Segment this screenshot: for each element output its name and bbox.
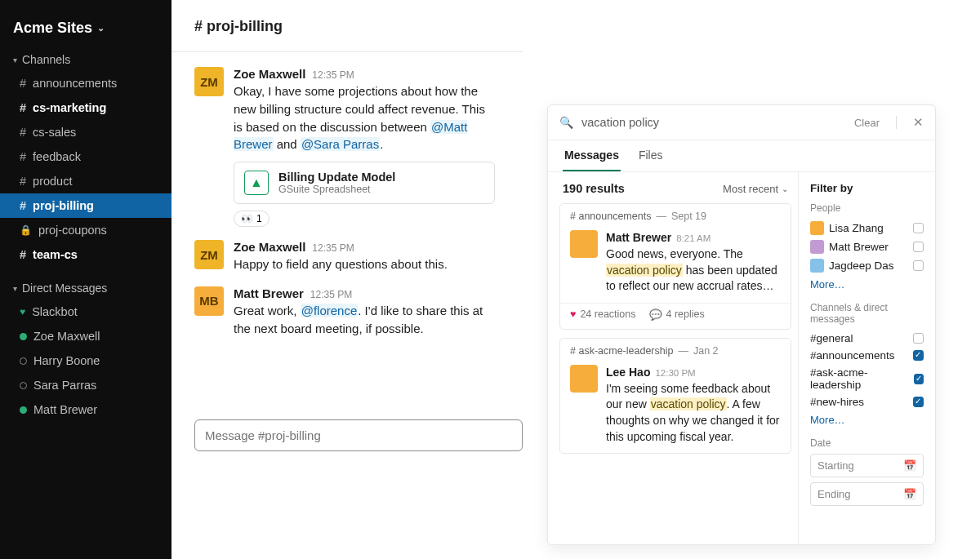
channel-title: # proj-billing — [194, 18, 523, 35]
sort-label: Most recent — [723, 183, 778, 195]
message-text: Great work, @florence. I'd like to share… — [234, 302, 495, 338]
message-input[interactable] — [194, 419, 523, 451]
checkbox[interactable] — [913, 397, 924, 407]
calendar-icon: 📅 — [903, 488, 916, 500]
results-list: # announcements—Sept 19Matt Brewer8:21 A… — [559, 203, 791, 454]
sort-dropdown[interactable]: Most recent ⌄ — [723, 183, 788, 195]
dm-item[interactable]: Matt Brewer — [0, 397, 172, 422]
checkbox[interactable] — [913, 350, 924, 361]
result-card[interactable]: # announcements—Sept 19Matt Brewer8:21 A… — [559, 203, 791, 330]
channel-item-feedback[interactable]: #feedback — [0, 144, 172, 169]
filter-person[interactable]: Lisa Zhang — [810, 219, 924, 237]
workspace-switcher[interactable]: Acme Sites ⌄ — [0, 11, 172, 48]
filter-channel[interactable]: #new-hires — [810, 393, 924, 410]
replies-count: 4 replies — [666, 308, 705, 320]
message-author: Matt Brewer — [234, 286, 304, 300]
search-tabs: Messages Files — [548, 140, 935, 172]
message: ZMZoe Maxwell12:35 PMHappy to field any … — [194, 235, 523, 282]
avatar — [810, 221, 824, 235]
clear-button[interactable]: Clear — [854, 117, 880, 129]
people-more-link[interactable]: More… — [810, 278, 845, 291]
dm-item[interactable]: Zoe Maxwell — [0, 324, 172, 348]
result-channel: # ask-acme-leadership — [570, 345, 673, 357]
filter-channel[interactable]: #ask-acme-leadership — [810, 364, 924, 393]
channel-item-team-cs[interactable]: #team-cs — [0, 242, 172, 267]
vertical-divider — [896, 116, 897, 129]
date-end-picker[interactable]: Ending 📅 — [810, 482, 924, 506]
filter-title: Filter by — [810, 182, 924, 194]
channel-item-product[interactable]: #product — [0, 169, 172, 193]
message-text: Okay, I have some projections about how … — [234, 82, 495, 153]
filter-channel[interactable]: #general — [810, 330, 924, 347]
filter-channel-name: #new-hires — [810, 396, 864, 408]
gsuite-icon: ▲ — [244, 171, 269, 195]
mention[interactable]: @Sara Parras — [301, 137, 380, 151]
channel-name: product — [33, 172, 72, 190]
filter-channel-name: #general — [810, 332, 853, 344]
presence-icon: ♥ — [20, 303, 25, 321]
hash-icon: # — [20, 99, 26, 117]
reaction-pill[interactable]: 👀1 — [234, 211, 270, 227]
dm-name: Slackbot — [32, 303, 78, 321]
filter-channels-label: Channels & direct messages — [810, 302, 924, 325]
filter-person-name: Lisa Zhang — [829, 222, 884, 234]
filter-person[interactable]: Jagdeep Das — [810, 256, 924, 275]
checkbox[interactable] — [913, 260, 924, 271]
checkbox[interactable] — [914, 374, 924, 384]
search-input[interactable] — [581, 116, 846, 129]
tab-messages[interactable]: Messages — [563, 140, 621, 171]
tab-files[interactable]: Files — [637, 140, 665, 171]
result-author: Lee Hao — [606, 366, 650, 379]
search-panel: 🔍 Clear ✕ Messages Files 190 results Mos… — [547, 104, 936, 545]
channel-item-cs-marketing[interactable]: #cs-marketing — [0, 95, 172, 120]
message: ZMZoe Maxwell12:35 PMOkay, I have some p… — [194, 62, 523, 235]
thread-icon: 💬 — [649, 308, 662, 321]
channel-item-cs-sales[interactable]: #cs-sales — [0, 120, 172, 144]
channels-more-link[interactable]: More… — [810, 414, 845, 426]
dms-section-toggle[interactable]: Direct Messages — [0, 277, 172, 299]
highlight: vacation policy — [606, 264, 683, 277]
dm-item[interactable]: Sara Parras — [0, 373, 172, 397]
filter-person[interactable]: Matt Brewer — [810, 237, 924, 256]
dm-item[interactable]: Harry Boone — [0, 348, 172, 373]
presence-icon — [20, 357, 27, 365]
avatar: ZM — [194, 240, 224, 269]
highlight: vacation policy — [650, 397, 727, 410]
result-author: Matt Brewer — [606, 231, 671, 244]
hash-icon: # — [20, 123, 26, 141]
search-icon: 🔍 — [559, 116, 573, 129]
result-text: I'm seeing some feedback about our new v… — [606, 381, 781, 445]
channel-item-proj-billing[interactable]: #proj-billing — [0, 193, 172, 218]
close-icon[interactable]: ✕ — [913, 115, 924, 130]
checkbox[interactable] — [913, 223, 924, 233]
dms-label: Direct Messages — [22, 282, 107, 295]
mention[interactable]: @florence — [301, 304, 359, 317]
avatar: ZM — [194, 67, 224, 96]
checkbox[interactable] — [913, 333, 924, 344]
date-start-picker[interactable]: Starting 📅 — [810, 454, 924, 477]
filter-channel[interactable]: #announcements — [810, 347, 924, 364]
heart-icon: ♥ — [570, 308, 576, 320]
hash-icon: # — [20, 172, 26, 190]
filter-date-label: Date — [810, 437, 924, 449]
result-date: Jan 2 — [693, 345, 719, 357]
message-author: Zoe Maxwell — [234, 67, 305, 81]
message-text: Happy to field any questions about this. — [234, 255, 495, 273]
filter-person-name: Matt Brewer — [829, 241, 889, 253]
channel-item-proj-coupons[interactable]: 🔒proj-coupons — [0, 218, 172, 242]
message-time: 12:35 PM — [312, 242, 354, 254]
hash-icon: # — [20, 148, 26, 166]
presence-icon — [20, 333, 27, 340]
composer — [194, 419, 523, 451]
result-card[interactable]: # ask-acme-leadership—Jan 2Lee Hao12:30 … — [559, 338, 791, 454]
dm-name: Zoe Maxwell — [33, 327, 100, 345]
channel-item-announcements[interactable]: #announcements — [0, 71, 172, 95]
chevron-down-icon: ⌄ — [782, 184, 788, 193]
sidebar: Acme Sites ⌄ Channels #announcements#cs-… — [0, 0, 172, 559]
checkbox[interactable] — [913, 242, 924, 252]
presence-icon — [20, 382, 27, 389]
attachment-card[interactable]: ▲Billing Update ModelGSuite Spreadsheet — [234, 162, 495, 204]
dm-item[interactable]: ♥Slackbot — [0, 299, 172, 324]
channels-section-toggle[interactable]: Channels — [0, 48, 172, 71]
channel-name: cs-marketing — [33, 99, 106, 117]
